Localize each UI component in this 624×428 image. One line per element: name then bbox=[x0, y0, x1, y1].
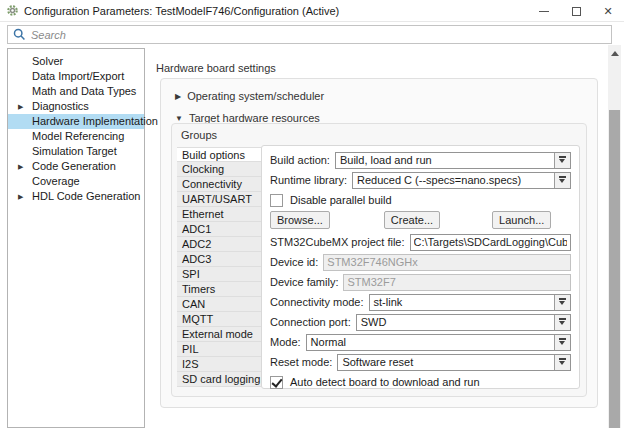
sidebar-item-simulation-target[interactable]: Simulation Target bbox=[8, 144, 144, 159]
group-tab-adc1[interactable]: ADC1 bbox=[177, 222, 262, 237]
sidebar-item-data-import-export[interactable]: Data Import/Export bbox=[8, 69, 144, 84]
expand-arrow-icon[interactable]: ▶ bbox=[18, 189, 23, 204]
auto-detect-label: Auto detect board to download and run bbox=[290, 376, 480, 388]
mode-value: Normal bbox=[307, 336, 554, 348]
chevron-down-icon[interactable] bbox=[554, 315, 570, 330]
sidebar-item-label: Simulation Target bbox=[32, 145, 117, 157]
sidebar-item-label: Diagnostics bbox=[32, 100, 89, 112]
sidebar-item-diagnostics[interactable]: ▶Diagnostics bbox=[8, 99, 144, 114]
connection-port-select[interactable]: SWD bbox=[356, 314, 571, 331]
group-tab-i2s[interactable]: I2S bbox=[177, 357, 262, 372]
create-button[interactable]: Create... bbox=[384, 211, 440, 229]
connection-port-value: SWD bbox=[357, 316, 554, 328]
group-tab-clocking[interactable]: Clocking bbox=[177, 162, 262, 177]
connection-port-row: Connection port: SWD bbox=[270, 314, 571, 330]
group-tab-sd-card-logging[interactable]: SD card logging bbox=[177, 372, 262, 387]
group-tab-uart-usart[interactable]: UART/USART bbox=[177, 192, 262, 207]
sidebar-item-label: Data Import/Export bbox=[32, 70, 124, 82]
group-tab-adc3[interactable]: ADC3 bbox=[177, 252, 262, 267]
group-tab-ethernet[interactable]: Ethernet bbox=[177, 207, 262, 222]
vertical-scrollbar[interactable] bbox=[608, 45, 621, 428]
sidebar-item-solver[interactable]: Solver bbox=[8, 54, 144, 69]
maximize-button[interactable] bbox=[560, 0, 592, 22]
sidebar-item-math-and-data-types[interactable]: Math and Data Types bbox=[8, 84, 144, 99]
minimize-icon bbox=[539, 11, 549, 12]
arrow-up-icon bbox=[611, 51, 619, 56]
target-hardware-resources-panel: Groups Build optionsClockingConnectivity… bbox=[171, 123, 587, 397]
chevron-down-icon[interactable] bbox=[554, 173, 570, 188]
build-options-form: Build action: Build, load and run Runtim… bbox=[261, 145, 580, 389]
hardware-board-settings-panel: ▶ Operating system/scheduler ▼ Target ha… bbox=[160, 78, 598, 408]
scroll-up-button[interactable] bbox=[608, 47, 621, 59]
groups-label: Groups bbox=[181, 129, 217, 141]
sidebar-item-label: HDL Code Generation bbox=[32, 190, 140, 202]
expand-arrow-icon[interactable]: ▶ bbox=[18, 99, 23, 114]
connectivity-mode-label: Connectivity mode: bbox=[270, 296, 364, 308]
titlebar: Configuration Parameters: TestModelF746/… bbox=[0, 0, 624, 22]
build-action-select[interactable]: Build, load and run bbox=[335, 152, 571, 169]
action-buttons-row: Browse... Create... Launch... bbox=[270, 212, 571, 228]
cubemx-project-file-input[interactable] bbox=[410, 234, 572, 251]
chevron-down-icon[interactable] bbox=[554, 355, 570, 370]
sidebar-item-label: Code Generation bbox=[32, 160, 116, 172]
group-tab-can[interactable]: CAN bbox=[177, 297, 262, 312]
chevron-down-icon[interactable] bbox=[554, 153, 570, 168]
chevron-down-icon[interactable] bbox=[554, 295, 570, 310]
scrollbar-thumb[interactable] bbox=[609, 110, 620, 428]
device-id-field bbox=[323, 254, 571, 271]
sidebar-item-label: Hardware Implementation bbox=[32, 115, 158, 127]
sidebar-item-model-referencing[interactable]: Model Referencing bbox=[8, 129, 144, 144]
sidebar-item-code-generation[interactable]: ▶Code Generation bbox=[8, 159, 144, 174]
search-bar bbox=[7, 25, 612, 44]
window-title: Configuration Parameters: TestModelF746/… bbox=[24, 5, 339, 17]
build-action-value: Build, load and run bbox=[336, 154, 554, 166]
runtime-library-select[interactable]: Reduced C (--specs=nano.specs) bbox=[352, 172, 571, 189]
sidebar-item-label: Coverage bbox=[32, 175, 80, 187]
sidebar-item-coverage[interactable]: Coverage bbox=[8, 174, 144, 189]
groups-list: Build optionsClockingConnectivityUART/US… bbox=[177, 147, 262, 387]
sidebar-item-label: Model Referencing bbox=[32, 130, 124, 142]
mode-select[interactable]: Normal bbox=[306, 334, 571, 351]
sidebar-item-hardware-implementation[interactable]: Hardware Implementation bbox=[8, 114, 144, 129]
group-tab-spi[interactable]: SPI bbox=[177, 267, 262, 282]
group-tab-build-options[interactable]: Build options bbox=[177, 147, 262, 162]
disable-parallel-build-label: Disable parallel build bbox=[290, 194, 392, 206]
build-action-row: Build action: Build, load and run bbox=[270, 152, 571, 168]
close-button[interactable]: ✕ bbox=[592, 0, 624, 22]
device-id-row: Device id: bbox=[270, 254, 571, 270]
disable-parallel-build-row: Disable parallel build bbox=[270, 192, 571, 208]
auto-detect-row: Auto detect board to download and run bbox=[270, 374, 571, 390]
sidebar-item-hdl-code-generation[interactable]: ▶HDL Code Generation bbox=[8, 189, 144, 204]
browse-button[interactable]: Browse... bbox=[270, 211, 330, 229]
reset-mode-select[interactable]: Software reset bbox=[337, 354, 571, 371]
group-tab-timers[interactable]: Timers bbox=[177, 282, 262, 297]
section-label: Operating system/scheduler bbox=[187, 90, 324, 102]
disable-parallel-build-checkbox[interactable] bbox=[270, 194, 283, 207]
group-tab-external-mode[interactable]: External mode bbox=[177, 327, 262, 342]
group-tab-pil[interactable]: PIL bbox=[177, 342, 262, 357]
chevron-down-icon[interactable] bbox=[554, 335, 570, 350]
mode-row: Mode: Normal bbox=[270, 334, 571, 350]
sidebar-item-label: Math and Data Types bbox=[32, 85, 136, 97]
mode-label: Mode: bbox=[270, 336, 301, 348]
close-icon: ✕ bbox=[603, 5, 612, 18]
search-input[interactable] bbox=[31, 29, 606, 41]
launch-button[interactable]: Launch... bbox=[492, 211, 551, 229]
page-title: Hardware board settings bbox=[156, 62, 276, 74]
group-tab-adc2[interactable]: ADC2 bbox=[177, 237, 262, 252]
connectivity-mode-value: st-link bbox=[370, 296, 554, 308]
auto-detect-checkbox[interactable] bbox=[270, 376, 283, 389]
connectivity-mode-select[interactable]: st-link bbox=[369, 294, 571, 311]
reset-mode-label: Reset mode: bbox=[270, 356, 332, 368]
device-family-field bbox=[343, 274, 571, 291]
group-tab-mqtt[interactable]: MQTT bbox=[177, 312, 262, 327]
maximize-icon bbox=[572, 7, 581, 16]
cubemx-project-file-label: STM32CubeMX project file: bbox=[270, 236, 405, 248]
section-operating-system-scheduler[interactable]: ▶ Operating system/scheduler bbox=[175, 90, 324, 102]
group-tab-connectivity[interactable]: Connectivity bbox=[177, 177, 262, 192]
reset-mode-value: Software reset bbox=[338, 356, 554, 368]
expand-arrow-icon[interactable]: ▶ bbox=[18, 159, 23, 174]
runtime-library-row: Runtime library: Reduced C (--specs=nano… bbox=[270, 172, 571, 188]
minimize-button[interactable] bbox=[528, 0, 560, 22]
device-id-label: Device id: bbox=[270, 256, 318, 268]
